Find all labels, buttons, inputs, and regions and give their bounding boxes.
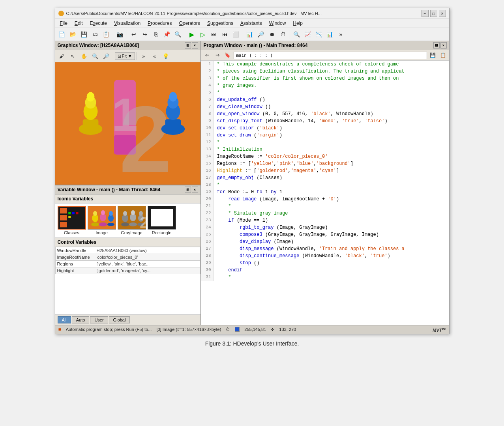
- svg-point-25: [91, 222, 99, 226]
- run-button[interactable]: ▶: [187, 29, 197, 39]
- toolbar-sep-5: [290, 30, 290, 39]
- code-area[interactable]: 1 * This example demonstrates a complete…: [201, 61, 449, 325]
- fit-button[interactable]: ⊡ Fit ▼: [115, 52, 135, 60]
- svg-point-37: [129, 222, 137, 226]
- iconic-var-classes-label: Classes: [64, 230, 79, 235]
- new-button[interactable]: 📄: [57, 29, 67, 39]
- paint-button[interactable]: 🖌: [57, 51, 67, 61]
- menu-file[interactable]: File: [57, 20, 71, 27]
- svg-rect-16: [60, 208, 66, 214]
- func-selector[interactable]: main ( : : : ): [234, 52, 427, 59]
- title-text: C:/Users/Public/Documents/MVTec/HALCON-2…: [66, 11, 322, 16]
- ctrl-var-row-windowhandle: WindowHandle H25A8AA1B060 (window): [55, 247, 200, 254]
- find-button[interactable]: 🔍: [173, 29, 183, 39]
- ctrl-var-name-2: Regions: [55, 261, 95, 267]
- ctrl-var-val-0: H25A8AA1B060 (window): [95, 247, 200, 254]
- var-close-button[interactable]: ×: [192, 187, 198, 193]
- main-content: Graphics Window: [H25A8AA1B060] ⊞ × 🖌 ↖ …: [55, 41, 449, 325]
- title-bar: C:/Users/Public/Documents/MVTec/HALCON-2…: [55, 8, 449, 19]
- hand-button[interactable]: ✋: [79, 51, 89, 61]
- prog-close-button[interactable]: ×: [440, 42, 447, 49]
- menu-suggestions[interactable]: Suggestions: [204, 20, 236, 27]
- gfx-more-button[interactable]: »: [139, 51, 149, 61]
- breakpoint-button[interactable]: ⏺: [267, 29, 277, 39]
- ctrl-var-name-1: ImageRootName: [55, 254, 95, 261]
- menu-operators[interactable]: Operators: [176, 20, 203, 27]
- var-restore-button[interactable]: ⊞: [185, 187, 191, 193]
- prog-copy-button[interactable]: 📋: [439, 51, 448, 60]
- prog-save-button[interactable]: 💾: [429, 51, 437, 60]
- chart3-button[interactable]: 📊: [325, 29, 335, 39]
- program-toolbar: ⇐ ⇒ 🔖 main ( : : : ) 💾 📋: [201, 50, 449, 61]
- filter-auto-button[interactable]: Auto: [72, 316, 90, 323]
- program-window-header: Program Window - main () - Main Thread: …: [201, 41, 449, 50]
- menu-window[interactable]: Window: [266, 20, 289, 27]
- run-step-button[interactable]: ▷: [198, 29, 208, 39]
- step-over-button[interactable]: ⏭: [209, 29, 219, 39]
- select-button[interactable]: ↖: [68, 51, 78, 61]
- copy-button[interactable]: ⎘: [151, 29, 161, 39]
- iconic-var-grayimage[interactable]: 2 GrayImage: [118, 206, 146, 235]
- menu-visualization[interactable]: Visualization: [111, 20, 144, 27]
- graphics-close-button[interactable]: ×: [192, 42, 198, 49]
- menu-procedures[interactable]: Procedures: [144, 20, 175, 27]
- menu-assistants[interactable]: Assistants: [237, 20, 265, 27]
- camera-button[interactable]: 📷: [115, 29, 125, 39]
- chart-button[interactable]: 📈: [303, 29, 313, 39]
- code-line-10: 10 dev_set_color ('black'): [201, 125, 441, 132]
- nav-back-button[interactable]: ⇐: [203, 51, 212, 60]
- code-line-8: 8 dev_open_window (0, 0, 557, 416, 'blac…: [201, 110, 441, 118]
- minimize-button[interactable]: −: [422, 10, 429, 17]
- var-btn[interactable]: 📊: [245, 29, 255, 39]
- zoom-in-button[interactable]: 🔎: [101, 51, 111, 61]
- func-selector-text: main ( : : : ): [236, 53, 273, 58]
- menu-edit[interactable]: Edit: [71, 20, 86, 27]
- menu-execute[interactable]: Execute: [87, 20, 110, 27]
- code-line-18: 18 *: [201, 181, 441, 189]
- more-button[interactable]: »: [336, 29, 346, 39]
- left-panel: Graphics Window: [H25A8AA1B060] ⊞ × 🖌 ↖ …: [55, 41, 201, 325]
- redo-button[interactable]: ↪: [140, 29, 150, 39]
- bookmark-button[interactable]: 🔖: [223, 51, 232, 60]
- svg-rect-19: [68, 212, 71, 214]
- app-icon: [58, 11, 64, 16]
- stop-button[interactable]: ⬜: [231, 29, 241, 39]
- nav-forward-button[interactable]: ⇒: [213, 51, 222, 60]
- inspect-button[interactable]: 🔎: [256, 29, 266, 39]
- code-line-17: 17 gen_empty_obj (Classes): [201, 174, 441, 181]
- filter-global-button[interactable]: Global: [109, 316, 130, 323]
- iconic-var-rectangle-label: Rectangle: [152, 230, 172, 235]
- save-all-button[interactable]: 🗂: [90, 29, 100, 39]
- iconic-var-classes[interactable]: Classes: [58, 206, 86, 235]
- save-copy-button[interactable]: 📋: [101, 29, 111, 39]
- svg-point-31: [101, 210, 105, 215]
- status-brand: MVTec: [433, 327, 446, 333]
- ctrl-var-val-2: ['yellow', 'pink', 'blue', 'bac...: [95, 261, 200, 267]
- svg-rect-17: [60, 215, 66, 220]
- step-back-button[interactable]: ⏮: [220, 29, 230, 39]
- undo-button[interactable]: ↩: [129, 29, 139, 39]
- prog-restore-button[interactable]: ⊞: [433, 42, 440, 49]
- light-button[interactable]: 💡: [161, 51, 171, 61]
- graphics-restore-button[interactable]: ⊞: [185, 42, 191, 49]
- code-line-3: 3 * of the classifier is first shown on …: [201, 75, 441, 82]
- save-button[interactable]: 💾: [79, 29, 89, 39]
- close-button[interactable]: ×: [439, 10, 446, 17]
- control-vars-table: WindowHandle H25A8AA1B060 (window) Image…: [55, 247, 200, 274]
- iconic-var-image[interactable]: Image: [88, 206, 116, 235]
- open-button[interactable]: 📂: [68, 29, 78, 39]
- timer-button[interactable]: ⏱: [278, 29, 288, 39]
- gfx-back-button[interactable]: «: [150, 51, 160, 61]
- search-button[interactable]: 🔍: [292, 29, 302, 39]
- menu-help[interactable]: Help: [290, 20, 306, 27]
- filter-all-button[interactable]: All: [58, 316, 71, 323]
- iconic-var-rectangle[interactable]: Rectangle: [148, 206, 176, 235]
- iconic-var-image-label: Image: [96, 230, 108, 235]
- gfx-sep-2: [137, 52, 137, 60]
- chart2-button[interactable]: 📉: [314, 29, 324, 39]
- control-vars-label: Control Variables: [55, 238, 200, 247]
- maximize-button[interactable]: □: [430, 10, 437, 17]
- paste-button[interactable]: 📌: [162, 29, 172, 39]
- zoom-out-button[interactable]: 🔍: [90, 51, 100, 61]
- filter-user-button[interactable]: User: [90, 316, 108, 323]
